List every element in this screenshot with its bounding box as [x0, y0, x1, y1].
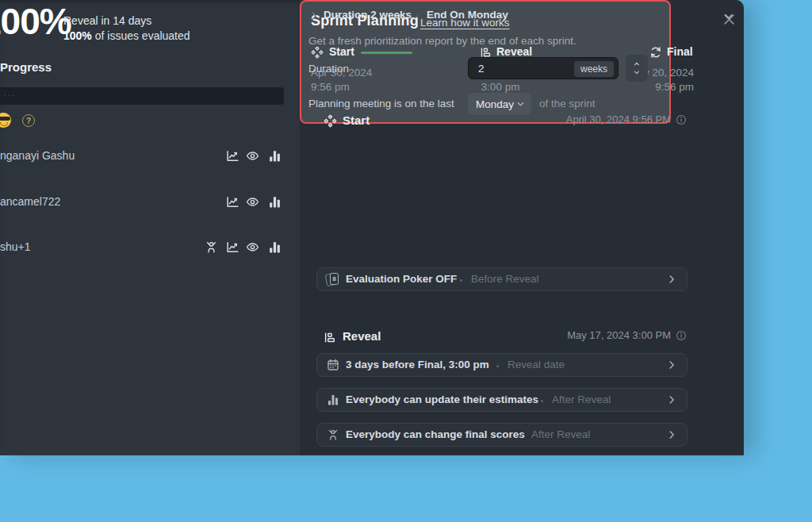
sunglasses-emoji-icon[interactable]	[0, 113, 11, 128]
chevron-right-icon	[666, 274, 677, 285]
dot-separator	[520, 435, 523, 437]
user-row: nganayi Gashu	[0, 148, 285, 165]
change-final-scores-row[interactable]: Everybody can change final scores After …	[316, 423, 688, 447]
reveal-date-label: 3 days before Final, 3:00 pm	[346, 359, 489, 370]
timeline-progress-elapsed	[361, 52, 412, 54]
duration-value: 2	[478, 63, 485, 75]
update-estimates-phase: After Reveal	[552, 393, 611, 405]
evaluation-poker-row[interactable]: 8 Evaluation Poker OFF Before Reveal	[316, 267, 688, 291]
issues-evaluated: 100% of issues evaluated	[63, 29, 190, 42]
reveal-date-hint: Reveal date	[508, 359, 565, 370]
sprint-duration-card: Duration 2 weeks End On Monday Get a fre…	[300, 0, 671, 124]
duration-unit-tag: weeks	[574, 61, 614, 77]
reveal-section-title: Reveal	[343, 329, 381, 343]
user-row: ancamel722	[0, 194, 285, 211]
dot-separator	[541, 400, 543, 402]
winner-icon	[327, 428, 339, 441]
chevron-down-icon	[516, 100, 525, 109]
update-estimates-label: Everybody can update their estimates	[346, 393, 538, 405]
chevron-up-icon[interactable]	[632, 60, 642, 67]
duration-summary: Duration 2 weeks	[324, 9, 412, 21]
end-on-summary: End On Monday	[427, 9, 508, 21]
cycle-icon	[649, 46, 662, 59]
reveal-section-datetime: May 17, 2024 3:00 PM	[567, 329, 687, 341]
bar-chart-icon[interactable]	[268, 240, 282, 254]
duration-description: Get a fresh prioritization report by the…	[308, 35, 576, 47]
change-scores-phase: After Reveal	[531, 428, 590, 440]
chevron-right-icon	[666, 429, 677, 440]
dot-separator	[416, 15, 418, 17]
expand-arrow-icon	[308, 10, 320, 21]
truncated-text: ...	[4, 88, 16, 98]
progress-heading: Progress	[0, 60, 52, 74]
timeline-segment2	[539, 52, 644, 54]
user-row: shu+1	[0, 239, 285, 256]
meeting-suffix-label: of the sprint	[539, 98, 596, 109]
line-chart-icon[interactable]	[226, 240, 239, 254]
eye-icon[interactable]	[246, 240, 259, 254]
timeline-progress-remaining	[412, 52, 473, 54]
meeting-day-select[interactable]: Monday	[468, 93, 531, 115]
line-chart-icon[interactable]	[226, 149, 239, 163]
change-scores-label: Everybody can change final scores	[346, 428, 525, 440]
timeline-reveal-label: Reveal	[496, 45, 532, 58]
chevron-right-icon	[666, 359, 677, 370]
duration-label: Duration	[308, 63, 349, 75]
evaluation-percent: 100%	[0, 2, 71, 42]
selected-day: Monday	[476, 98, 514, 110]
user-name: shu+1	[0, 240, 31, 253]
dot-separator	[460, 279, 462, 282]
calendar-icon	[327, 359, 339, 371]
start-section-title: Start	[343, 113, 370, 127]
issue-list-header-bar: ...	[0, 87, 284, 105]
reveal-icon	[324, 331, 337, 344]
eye-icon[interactable]	[246, 195, 259, 209]
user-name: ancamel722	[0, 195, 60, 208]
start-section-datetime: April 30, 2024 9:56 PM	[566, 113, 687, 125]
meeting-prefix-label: Planning meeting is on the last	[308, 98, 454, 109]
timeline-final-label: Final	[667, 45, 693, 58]
line-chart-icon[interactable]	[226, 195, 239, 209]
duration-input[interactable]: 2 weeks	[468, 57, 619, 79]
sprint-start-icon	[311, 46, 324, 59]
duration-stepper[interactable]	[626, 55, 648, 82]
dot-separator	[496, 365, 499, 367]
app-window: 100% Reveal in 14 days 100% of issues ev…	[0, 0, 744, 455]
duration-card-summary[interactable]: Duration 2 weeks End On Monday	[300, 8, 744, 24]
chevron-down-icon[interactable]	[632, 69, 642, 76]
poker-setting-label: Evaluation Poker OFF	[346, 273, 457, 285]
bar-chart-icon[interactable]	[268, 149, 282, 163]
reveal-countdown: Reveal in 14 days	[63, 14, 151, 27]
timeline-start-label: Start	[329, 45, 354, 58]
chevron-right-icon	[666, 394, 677, 405]
chevron-down-icon[interactable]	[723, 11, 734, 22]
info-icon[interactable]	[676, 114, 687, 125]
update-estimates-row[interactable]: Everybody can update their estimates Aft…	[316, 388, 688, 412]
bar-chart-icon[interactable]	[268, 195, 282, 209]
poker-setting-phase: Before Reveal	[471, 273, 539, 285]
reveal-date-row[interactable]: 3 days before Final, 3:00 pm Reveal date	[316, 353, 688, 377]
sprint-start-icon	[324, 114, 337, 128]
user-name: nganayi Gashu	[0, 149, 75, 162]
help-icon[interactable]: ?	[22, 114, 35, 127]
poker-cards-icon: 8	[326, 272, 342, 288]
eye-icon[interactable]	[246, 149, 259, 163]
start-section: Start April 30, 2024 9:56 PM Duration 2 …	[300, 0, 744, 124]
bar-chart-icon	[327, 393, 339, 406]
winner-icon[interactable]	[205, 240, 218, 254]
info-icon[interactable]	[676, 330, 687, 341]
sprint-planning-modal: Sprint Planning Learn how it works Start…	[300, 0, 744, 455]
